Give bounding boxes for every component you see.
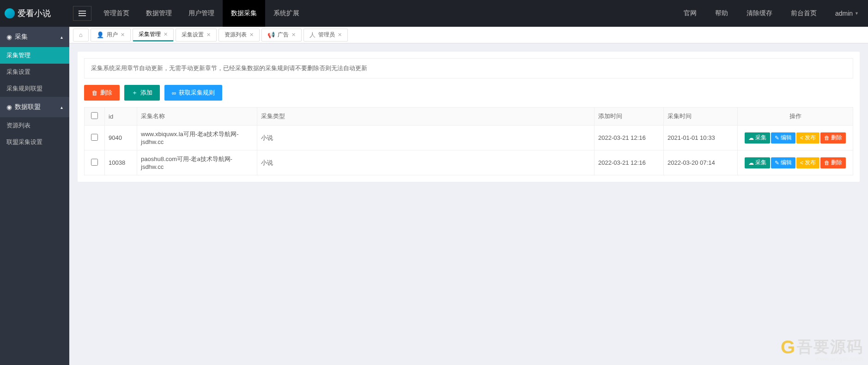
table-row: 9040www.xbiquwx.la可用-老a技术导航网-jsdhw.cc小说2… — [85, 126, 853, 150]
cell-addtime: 2022-03-21 12:16 — [595, 150, 664, 175]
table-header-addtime: 添加时间 — [595, 108, 664, 126]
tab-ad[interactable]: 📢 广告 ✕ — [261, 29, 302, 42]
cell-type: 小说 — [257, 150, 595, 175]
tab-admin[interactable]: 人 管理员 ✕ — [303, 29, 348, 42]
row-checkbox[interactable] — [91, 134, 98, 141]
row-publish-button[interactable]: <发布 — [796, 132, 819, 144]
rightnav-user-menu[interactable]: admin ▼ — [826, 10, 868, 17]
sidebar-item-collect-settings[interactable]: 采集设置 — [0, 64, 69, 80]
main: ⌂ 👤 用户 ✕ 采集管理 ✕ 采集设置 ✕ 资源列表 ✕ 📢 广告 ✕ 人 管… — [69, 27, 868, 365]
fetch-rules-button[interactable]: ∞ 获取采集规则 — [164, 85, 222, 101]
row-edit-button[interactable]: ✎编辑 — [771, 157, 795, 168]
sidebar-toggle-button[interactable] — [73, 6, 91, 21]
table-header-name: 采集名称 — [137, 108, 257, 126]
topnav-item-user[interactable]: 用户管理 — [180, 0, 223, 27]
sidebar-item-collect-rule-union[interactable]: 采集规则联盟 — [0, 80, 69, 97]
sidebar-group-collect[interactable]: ◉ 采集 ▴ — [0, 27, 69, 47]
rightnav-official[interactable]: 官网 — [674, 9, 706, 18]
app-title-text: 爱看小说 — [18, 8, 51, 19]
app-title: 爱看小说 — [0, 8, 69, 19]
close-icon[interactable]: ✕ — [291, 32, 296, 38]
rightnav-clear-cache[interactable]: 清除缓存 — [737, 9, 782, 18]
select-all-checkbox[interactable] — [91, 112, 98, 119]
cell-collecttime: 2022-03-20 07:14 — [664, 150, 738, 175]
cloud-icon: ☁ — [748, 135, 754, 141]
row-collect-button[interactable]: ☁采集 — [745, 132, 770, 144]
topnav-item-home[interactable]: 管理首页 — [95, 0, 138, 27]
top-nav: 管理首页 数据管理 用户管理 数据采集 系统扩展 — [95, 0, 308, 27]
cell-operate: ☁采集✎编辑<发布🗑删除 — [738, 126, 853, 150]
tab-home[interactable]: ⌂ — [73, 29, 89, 42]
close-icon[interactable]: ✕ — [249, 32, 254, 38]
tab-user[interactable]: 👤 用户 ✕ — [91, 29, 131, 42]
close-icon[interactable]: ✕ — [121, 32, 125, 38]
header: 爱看小说 管理首页 数据管理 用户管理 数据采集 系统扩展 官网 帮助 清除缓存… — [0, 0, 868, 27]
table-row: 10038paoshu8.com可用-老a技术导航网-jsdhw.cc小说202… — [85, 150, 853, 175]
notice-text: 采集系统采用章节自动更新，无需手动更新章节，已经采集数据的采集规则请不要删除否则… — [84, 58, 853, 78]
close-icon[interactable]: ✕ — [338, 32, 342, 38]
cell-id: 10038 — [105, 150, 137, 175]
trash-icon: 🗑 — [91, 90, 97, 96]
megaphone-icon: 📢 — [267, 31, 275, 38]
tab-collect-manage[interactable]: 采集管理 ✕ — [133, 29, 174, 42]
cell-addtime: 2022-03-21 12:16 — [595, 126, 664, 150]
app-logo-icon — [5, 8, 15, 18]
sidebar-item-resource-list[interactable]: 资源列表 — [0, 117, 69, 134]
share-icon: < — [800, 135, 803, 141]
sidebar-item-union-collect-settings[interactable]: 联盟采集设置 — [0, 134, 69, 150]
table-header-row: id 采集名称 采集类型 添加时间 采集时间 操作 — [85, 108, 853, 126]
pencil-icon: ✎ — [775, 135, 779, 141]
chevron-up-icon: ▴ — [61, 35, 63, 40]
sidebar-group-data-union[interactable]: ◉ 数据联盟 ▴ — [0, 97, 69, 117]
row-edit-button[interactable]: ✎编辑 — [771, 132, 795, 144]
row-checkbox[interactable] — [91, 159, 98, 166]
table-header-id: id — [105, 108, 137, 126]
close-icon[interactable]: ✕ — [164, 31, 168, 37]
row-publish-button[interactable]: <发布 — [796, 157, 819, 168]
topnav-item-collect[interactable]: 数据采集 — [223, 0, 265, 27]
plus-icon: ＋ — [132, 89, 138, 97]
row-delete-button[interactable]: 🗑删除 — [820, 132, 846, 144]
cell-operate: ☁采集✎编辑<发布🗑删除 — [738, 150, 853, 175]
cell-collecttime: 2021-01-01 10:33 — [664, 126, 738, 150]
table-header-collecttime: 采集时间 — [664, 108, 738, 126]
globe-icon: ◉ — [6, 103, 12, 111]
row-delete-button[interactable]: 🗑删除 — [820, 157, 846, 168]
pencil-icon: ✎ — [775, 160, 779, 166]
admin-icon: 人 — [310, 31, 316, 39]
tab-resource-list[interactable]: 资源列表 ✕ — [219, 29, 260, 42]
rightnav-help[interactable]: 帮助 — [706, 9, 737, 18]
sidebar-item-collect-manage[interactable]: 采集管理 — [0, 47, 69, 64]
tab-collect-settings[interactable]: 采集设置 ✕ — [176, 29, 217, 42]
link-icon: ∞ — [172, 90, 176, 96]
chevron-up-icon: ▴ — [61, 105, 63, 110]
add-button[interactable]: ＋ 添加 — [124, 85, 160, 101]
right-nav: 官网 帮助 清除缓存 前台首页 admin ▼ — [674, 0, 868, 27]
topnav-item-data[interactable]: 数据管理 — [138, 0, 180, 27]
tabbar: ⌂ 👤 用户 ✕ 采集管理 ✕ 采集设置 ✕ 资源列表 ✕ 📢 广告 ✕ 人 管… — [69, 27, 868, 43]
home-icon: ⌂ — [79, 31, 83, 38]
cell-name: paoshu8.com可用-老a技术导航网-jsdhw.cc — [137, 150, 257, 175]
close-icon[interactable]: ✕ — [206, 32, 211, 38]
cell-name: www.xbiquwx.la可用-老a技术导航网-jsdhw.cc — [137, 126, 257, 150]
row-collect-button[interactable]: ☁采集 — [745, 157, 770, 168]
table-header-checkbox — [85, 108, 105, 126]
panel: 采集系统采用章节自动更新，无需手动更新章节，已经采集数据的采集规则请不要删除否则… — [78, 52, 860, 182]
trash-icon: 🗑 — [824, 135, 830, 141]
content: 采集系统采用章节自动更新，无需手动更新章节，已经采集数据的采集规则请不要删除否则… — [69, 43, 868, 190]
topnav-item-system[interactable]: 系统扩展 — [265, 0, 308, 27]
user-icon: 👤 — [97, 31, 104, 38]
menu-toggle-icon — [79, 11, 86, 16]
data-table: id 采集名称 采集类型 添加时间 采集时间 操作 9040www.xbiquw… — [84, 107, 853, 175]
rightnav-frontend[interactable]: 前台首页 — [782, 9, 826, 18]
share-icon: < — [800, 160, 803, 166]
chevron-down-icon: ▼ — [855, 11, 859, 16]
sidebar: ◉ 采集 ▴ 采集管理 采集设置 采集规则联盟 ◉ 数据联盟 ▴ 资源列表 联盟… — [0, 27, 69, 365]
cell-id: 9040 — [105, 126, 137, 150]
action-buttons: 🗑 删除 ＋ 添加 ∞ 获取采集规则 — [84, 85, 853, 101]
table-header-type: 采集类型 — [257, 108, 595, 126]
cloud-icon: ☁ — [748, 160, 754, 166]
table-header-operate: 操作 — [738, 108, 853, 126]
trash-icon: 🗑 — [824, 160, 830, 166]
delete-button[interactable]: 🗑 删除 — [84, 85, 120, 101]
